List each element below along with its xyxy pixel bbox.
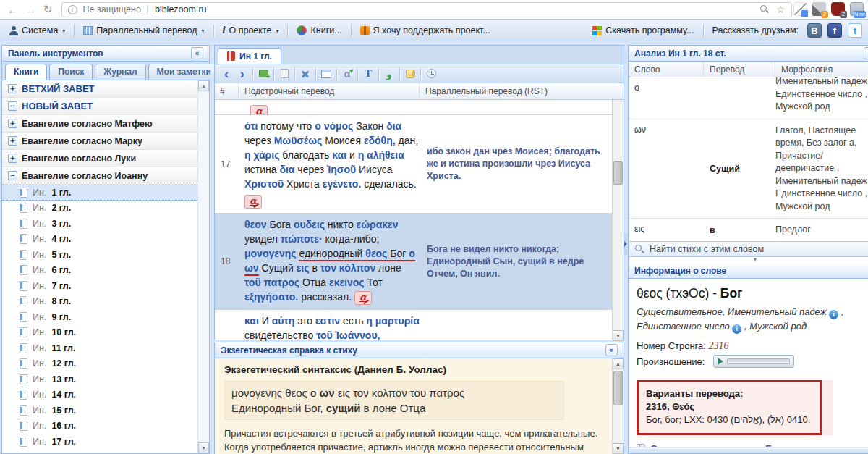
menu-system[interactable]: Система▾ xyxy=(6,25,68,35)
scroll-thumb[interactable] xyxy=(613,371,623,405)
audio-player[interactable] xyxy=(713,355,794,368)
tab-books[interactable]: Книги xyxy=(5,64,47,80)
tree-item-matthew[interactable]: +Евангелие согласно Матфею xyxy=(2,115,209,133)
extension-eyedropper-icon[interactable] xyxy=(793,2,807,16)
expand-icon[interactable]: + xyxy=(8,84,17,93)
columns-button[interactable] xyxy=(318,66,334,82)
chapter-item[interactable]: Ин.14 гл. xyxy=(2,387,209,403)
scroll-thumb[interactable] xyxy=(613,161,623,185)
zoom-icon[interactable] xyxy=(760,5,769,14)
tab-my-notes[interactable]: Мои заметки xyxy=(148,64,220,80)
chapter-item[interactable]: Ин.13 гл. xyxy=(2,371,209,387)
exegesis-scrollbar[interactable]: ▲ ▼ xyxy=(612,358,624,454)
chapter-item[interactable]: Ин.10 гл. xyxy=(2,325,209,341)
greek-word[interactable]: η χάρις xyxy=(244,149,279,161)
info-icon[interactable] xyxy=(829,310,838,319)
verse-row-19[interactable]: και И αύτη это εστιν есть η μαρτυρία сви… xyxy=(215,310,612,341)
chapter-item[interactable]: Ин.4 гл. xyxy=(2,232,209,248)
play-icon[interactable] xyxy=(718,358,723,365)
morphology-badge[interactable]: α xyxy=(244,195,262,209)
menu-parallel-translation[interactable]: Параллельный перевод▾ xyxy=(80,25,207,35)
tree-item-new-testament[interactable]: −НОВЫЙ ЗАВЕТ xyxy=(2,98,209,115)
greek-word[interactable]: εις xyxy=(297,262,310,274)
collapse-panel-button[interactable]: « xyxy=(191,47,203,59)
collapse-icon[interactable]: − xyxy=(8,171,17,180)
collapse-icon[interactable]: − xyxy=(8,101,17,111)
collapse-down-button[interactable]: » xyxy=(605,344,618,356)
chapter-item[interactable]: Ин.17 гл. xyxy=(2,434,209,450)
chapter-item[interactable]: Ин.1 гл. xyxy=(2,185,209,201)
greek-word[interactable]: αύτη xyxy=(272,315,295,327)
greek-word[interactable]: εγένετο. xyxy=(323,178,361,190)
find-verses-bar[interactable]: Найти стихи с этим словом xyxy=(629,241,868,257)
vk-icon[interactable]: B xyxy=(807,23,822,38)
greek-word[interactable]: εώρακεν xyxy=(357,219,399,230)
scroll-up-icon[interactable]: ▲ xyxy=(613,358,624,369)
splitter-grab-handle[interactable]: ▼ xyxy=(629,257,868,263)
chapter-item[interactable]: Ин.7 гл. xyxy=(2,278,209,294)
info-icon[interactable] xyxy=(732,324,741,334)
analysis-word[interactable]: εις xyxy=(629,224,704,237)
analysis-row[interactable]: оИменительный падеж , Единственное число… xyxy=(629,77,868,119)
twitter-icon[interactable]: t xyxy=(848,23,862,38)
expand-icon[interactable]: + xyxy=(8,154,17,163)
extension-shield-icon[interactable]: 2 xyxy=(831,2,845,16)
panel-tool-button[interactable] xyxy=(864,47,868,59)
verse-row-partial[interactable]: α xyxy=(215,100,612,115)
history-button[interactable] xyxy=(423,66,439,82)
left-scrollbar[interactable]: ▲ ▼ xyxy=(197,80,209,453)
chapter-item[interactable]: Ин.3 гл. xyxy=(2,216,209,232)
extension-new-icon[interactable]: New xyxy=(850,2,864,16)
greek-word[interactable]: εξηγήσατο. xyxy=(244,291,298,303)
facebook-icon[interactable]: f xyxy=(827,23,842,38)
greek-word[interactable]: Ἰησοῦ xyxy=(327,164,356,175)
scroll-up-icon[interactable]: ▲ xyxy=(198,80,209,91)
chapter-item[interactable]: Ин.15 гл. xyxy=(2,403,209,419)
expand-icon[interactable]: + xyxy=(8,136,17,146)
greek-word[interactable]: πώποτε· xyxy=(281,233,323,245)
greek-word[interactable]: και xyxy=(332,149,346,161)
chapter-item[interactable]: Ин.16 гл. xyxy=(2,419,209,434)
strongs-search-button[interactable]: α xyxy=(339,66,355,82)
tab-journal[interactable]: Журнал xyxy=(95,64,145,80)
strong-number-value[interactable]: 2316 xyxy=(709,340,729,351)
prev-chapter-button[interactable]: ‹ xyxy=(218,66,234,82)
greek-word[interactable]: θεον xyxy=(244,219,267,230)
url-bar[interactable]: i Не защищено biblezoom.ru ☆ xyxy=(61,2,792,17)
tree-item-mark[interactable]: +Евангелие согласно Марку xyxy=(2,133,209,150)
greek-word[interactable]: η αλήθεια xyxy=(358,149,404,161)
greek-word[interactable]: ότι xyxy=(244,120,258,132)
analysis-word[interactable]: ων xyxy=(629,125,704,214)
chapter-item[interactable]: Ин.12 гл. xyxy=(2,356,209,372)
url-text[interactable]: biblezoom.ru xyxy=(155,4,207,14)
analysis-row[interactable]: ωνСущийГлагол, Настоящее время, Без зало… xyxy=(629,119,868,219)
scroll-down-icon[interactable]: ▼ xyxy=(613,330,624,341)
tree-item-luke[interactable]: +Евангелие согласно Луки xyxy=(2,150,209,167)
bookmark-star-icon[interactable]: ☆ xyxy=(776,4,786,15)
greek-word[interactable]: τοῦ πατρος xyxy=(244,277,299,288)
greek-word[interactable]: θεος xyxy=(365,248,387,259)
analysis-word[interactable]: о xyxy=(629,83,704,114)
text-button[interactable]: T xyxy=(360,66,376,82)
morphology-badge[interactable]: α xyxy=(354,291,372,305)
scroll-down-icon[interactable]: ▼ xyxy=(198,442,209,453)
greek-word[interactable]: δια xyxy=(386,120,401,132)
greek-word[interactable]: ο νόμος xyxy=(315,120,353,132)
morphology-badge[interactable]: α xyxy=(250,105,268,115)
greek-word[interactable]: εκεινος xyxy=(329,277,365,288)
menu-support-project[interactable]: Я хочу поддержать проект... xyxy=(357,25,493,35)
extension-pen-icon[interactable]: 2 xyxy=(812,2,826,16)
chapter-item[interactable]: Ин.8 гл. xyxy=(2,294,209,310)
next-chapter-button[interactable]: › xyxy=(234,66,250,82)
greek-word[interactable]: τοῦ Ἰωάννου, xyxy=(316,329,380,341)
greek-word[interactable]: μονογενης xyxy=(244,248,297,259)
page-button[interactable] xyxy=(276,66,292,82)
greek-word[interactable]: τον κόλπον xyxy=(320,262,375,274)
chapter-item[interactable]: Ин.5 гл. xyxy=(2,247,209,263)
reload-icon[interactable]: ↻ xyxy=(43,3,53,16)
verse-row-17[interactable]: 17 ότι потому что ο νόμος Закон δια чере… xyxy=(215,115,612,214)
tab-search[interactable]: Поиск xyxy=(49,64,93,80)
greek-word[interactable]: ουδεις xyxy=(294,219,325,230)
greek-word[interactable]: Μωϋσέως xyxy=(274,135,323,146)
chapter-item[interactable]: Ин.2 гл. xyxy=(2,201,209,217)
